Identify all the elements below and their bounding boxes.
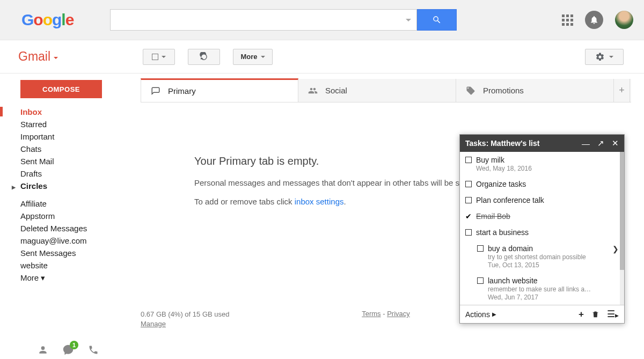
sidebar-item[interactable]: website: [20, 259, 128, 272]
task-item[interactable]: Buy milkWed, May 18, 2016: [460, 152, 624, 176]
scrollbar[interactable]: [620, 152, 624, 305]
task-item[interactable]: buy a domain❯try to get shortest domain …: [460, 240, 624, 273]
tasks-title: Tasks: Matthew's list: [465, 139, 539, 148]
people-icon: [308, 86, 318, 96]
task-checkbox[interactable]: [465, 229, 472, 236]
chevron-right-icon[interactable]: ❯: [612, 245, 619, 253]
bell-icon: [589, 15, 599, 25]
person-icon[interactable]: [38, 345, 48, 355]
notifications-button[interactable]: [585, 11, 603, 29]
tasks-window-controls: — ↗ ✕: [582, 138, 619, 148]
tab-primary[interactable]: Primary: [141, 78, 298, 102]
tasks-list: Buy milkWed, May 18, 2016Organize tasksP…: [460, 152, 624, 305]
gmail-brand[interactable]: Gmail: [0, 49, 128, 64]
sidebar-item[interactable]: Chats: [20, 143, 128, 155]
tag-icon: [466, 86, 475, 96]
search-input[interactable]: [116, 10, 411, 30]
google-logo[interactable]: Google: [21, 11, 74, 29]
search-button[interactable]: [417, 9, 457, 31]
sidebar-item[interactable]: Sent Mail: [20, 155, 128, 167]
search-input-wrapper: [110, 9, 417, 31]
tasks-pane: Tasks: Matthew's list — ↗ ✕ Buy milkWed,…: [459, 134, 625, 324]
task-title: start a business: [476, 228, 619, 237]
settings-button[interactable]: [585, 49, 624, 65]
task-item[interactable]: Plan conference talk: [460, 192, 624, 208]
chevron-down-icon: [54, 57, 58, 59]
privacy-link[interactable]: Privacy: [387, 310, 410, 318]
task-checkbox[interactable]: [477, 277, 484, 284]
add-task-icon[interactable]: +: [579, 309, 584, 320]
compose-button[interactable]: COMPOSE: [20, 80, 102, 98]
toolbar-buttons: More: [128, 49, 273, 65]
task-title: Organize tasks: [476, 179, 619, 189]
chat-footer: 1: [38, 344, 99, 356]
inbox-settings-link[interactable]: inbox settings: [295, 197, 344, 206]
hangouts-badge: 1: [70, 341, 78, 349]
task-checkbox[interactable]: [465, 197, 472, 203]
tab-social[interactable]: Social: [298, 79, 456, 102]
task-checkbox[interactable]: [465, 213, 472, 219]
tab-add[interactable]: +: [614, 79, 630, 102]
storage-line: 0.67 GB (4%) of 15 GB used: [141, 310, 229, 319]
tab-label: Promotions: [483, 86, 524, 95]
task-item[interactable]: Organize tasks: [460, 176, 624, 192]
gmail-brand-label: Gmail: [18, 49, 50, 64]
task-item[interactable]: Email Bob: [460, 208, 624, 224]
sidebar-item[interactable]: Inbox: [20, 106, 128, 118]
caret-down-icon: [162, 56, 166, 58]
task-title: Buy milk: [476, 155, 619, 165]
sidebar-item[interactable]: More ▾: [20, 272, 128, 284]
close-icon[interactable]: ✕: [612, 138, 619, 148]
task-item[interactable]: start a business: [460, 224, 624, 240]
tasks-actions-button[interactable]: Actions ▶: [465, 310, 496, 319]
empty-line2-pre: To add or remove tabs click: [194, 197, 295, 206]
sidebar-item[interactable]: Affiliate: [20, 197, 128, 210]
sidebar-item[interactable]: Appstorm: [20, 210, 128, 222]
sidebar-item[interactable]: Important: [20, 130, 128, 143]
sidebar-item[interactable]: Drafts: [20, 167, 128, 180]
nav-list: InboxStarredImportantChatsSent MailDraft…: [0, 106, 128, 284]
refresh-icon: [199, 52, 209, 62]
list-icon[interactable]: ☰▶: [607, 309, 619, 320]
minimize-icon[interactable]: —: [582, 139, 590, 148]
task-date: Wed, Jun 7, 2017: [488, 294, 619, 302]
terms-link[interactable]: Terms: [362, 310, 380, 318]
manage-storage-link[interactable]: Manage: [141, 320, 166, 328]
task-date: Tue, Oct 13, 2015: [488, 261, 619, 269]
refresh-button[interactable]: [188, 49, 220, 65]
search-options-caret-icon[interactable]: [406, 19, 411, 21]
checkbox-icon: [152, 54, 158, 60]
tab-promotions[interactable]: Promotions: [456, 79, 614, 102]
tab-label: Primary: [168, 86, 196, 96]
task-note: try to get shortest domain possible: [488, 253, 619, 261]
actions-label: Actions: [465, 310, 490, 319]
task-title: buy a domain: [488, 244, 619, 253]
more-button[interactable]: More: [233, 49, 273, 65]
sidebar-item[interactable]: Circles: [20, 180, 128, 192]
hangouts-button[interactable]: 1: [62, 344, 74, 356]
sidebar-item[interactable]: Starred: [20, 118, 128, 130]
task-title: Plan conference talk: [476, 195, 619, 205]
search-box: [110, 9, 457, 31]
phone-icon[interactable]: [88, 345, 99, 355]
trash-icon[interactable]: [591, 310, 599, 318]
sidebar-item[interactable]: maguay@live.com: [20, 235, 128, 247]
task-checkbox[interactable]: [465, 157, 472, 163]
app-header: Google: [0, 0, 644, 40]
account-avatar[interactable]: [615, 11, 633, 29]
task-item[interactable]: launch websiteremember to make sure all …: [460, 273, 624, 305]
task-title: launch website: [488, 276, 619, 285]
task-note: remember to make sure all links a…: [488, 285, 619, 294]
apps-grid-icon[interactable]: [562, 14, 573, 26]
select-all-button[interactable]: [143, 49, 175, 65]
sidebar-item[interactable]: Sent Messages: [20, 247, 128, 259]
task-checkbox[interactable]: [477, 245, 484, 252]
tasks-footer-icons: + ☰▶: [579, 309, 619, 320]
task-checkbox[interactable]: [465, 181, 472, 187]
empty-line2-post: .: [343, 197, 346, 206]
sidebar-item[interactable]: Deleted Messages: [20, 222, 128, 235]
popout-icon[interactable]: ↗: [597, 138, 604, 148]
task-date: Wed, May 18, 2016: [476, 165, 619, 173]
tasks-header: Tasks: Matthew's list — ↗ ✕: [460, 135, 624, 152]
header-right: [562, 11, 633, 29]
